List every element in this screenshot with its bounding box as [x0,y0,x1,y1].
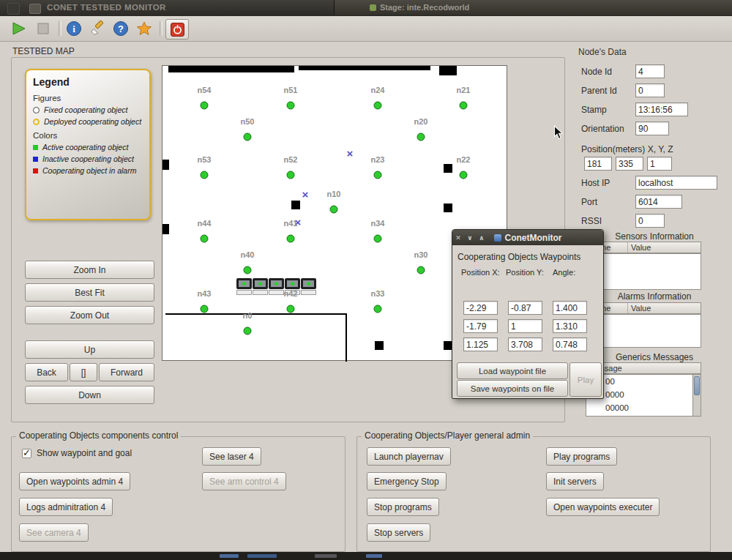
robot-icon [269,278,284,295]
dialog-maximize-button[interactable]: ∧ [476,234,488,242]
orientation-input[interactable] [635,122,669,135]
robot-body [236,278,252,289]
play-waypoints-button[interactable]: Play [569,362,602,397]
app-menu-icon[interactable] [7,3,20,15]
taskbar-item[interactable] [247,554,277,558]
window-icon[interactable] [29,4,41,14]
emergency-stop-button[interactable]: Emergency Stop [367,472,447,490]
zoom-in-button[interactable]: Zoom In [25,261,154,279]
map-node-n33[interactable] [374,305,382,313]
help-button[interactable]: ? [111,19,130,38]
map-node-n34[interactable] [374,235,382,243]
components-control-title: Cooperating Objects components control [16,430,181,441]
stop-servers-button[interactable]: Stop servers [367,523,430,542]
position-z-input[interactable] [647,157,672,171]
position-y-input[interactable] [616,157,643,171]
play-programs-button[interactable]: Play programs [546,447,617,466]
launch-playernav-button[interactable]: Launch playernav [367,447,451,466]
back-button[interactable]: Back [25,363,68,381]
play-button[interactable] [9,19,28,38]
map-node-n53[interactable] [201,171,209,179]
map-node-n10[interactable] [330,206,338,214]
dialog-close-button[interactable]: ✕ [452,234,464,242]
taskbar-item[interactable] [220,554,239,558]
map-node-n24[interactable] [374,102,382,110]
info-button[interactable]: i [64,19,83,38]
zoom-out-button[interactable]: Zoom Out [25,306,154,324]
stop-programs-button[interactable]: Stop programs [367,498,439,516]
toolbar-separator [59,21,61,36]
waypoint-x-input-2[interactable] [463,319,498,333]
map-node-n30[interactable] [417,266,425,275]
open-waypoints-executer-button[interactable]: Open waypoints executer [546,498,660,516]
waypoint-y-input-3[interactable] [508,337,542,351]
map-node-n52[interactable] [287,171,295,179]
host-ip-input[interactable] [635,176,717,190]
init-servers-button[interactable]: Init servers [546,472,604,490]
sensors-value-column[interactable]: Value [628,242,654,253]
bracket-button[interactable]: [] [70,363,97,381]
taskbar-item[interactable] [366,554,382,558]
alarms-value-column[interactable]: Value [628,303,654,313]
generics-list-item[interactable]: 00000 [586,401,701,414]
map-node-n43[interactable] [201,305,209,313]
logs-administration-button[interactable]: Logs adminitration 4 [19,498,113,516]
scrollbar-thumb[interactable] [694,376,700,395]
map-node-n50[interactable] [244,133,252,141]
save-waypoints-button[interactable]: Save waypoints on file [457,380,568,397]
dialog-minimize-button[interactable]: ∨ [464,234,476,242]
star-icon [136,20,152,37]
map-node-n23[interactable] [374,171,382,179]
map-node-n40[interactable] [244,266,252,275]
forward-button[interactable]: Forward [99,363,154,381]
see-laser-button[interactable]: See laser 4 [202,447,261,466]
waypoint-y-input-2[interactable] [508,319,542,333]
quit-button[interactable] [165,19,189,40]
map-node-n20[interactable] [417,133,425,141]
map-node-n42[interactable] [287,305,295,313]
brush-icon [89,20,105,37]
waypoint-x-input-3[interactable] [463,337,498,351]
dialog-titlebar[interactable]: ✕ ∨ ∧ ConetMonitor [452,230,603,245]
node-id-input[interactable] [635,64,665,78]
show-waypoint-checkbox[interactable] [22,449,31,458]
map-node-n41[interactable] [287,235,295,243]
robot-body [253,278,268,289]
map-node-n51[interactable] [287,102,295,110]
position-x-input[interactable] [584,157,612,171]
stop-button[interactable] [34,19,53,38]
load-waypoint-file-button[interactable]: Load waypoint file [457,362,568,379]
map-node-n0[interactable] [244,327,252,335]
down-button[interactable]: Down [25,386,154,404]
parent-id-label: Parent Id [581,83,617,98]
rssi-input[interactable] [635,214,665,228]
parent-id-input[interactable] [635,83,665,97]
map-node-n21[interactable] [460,102,468,110]
background-window-titlebar[interactable]: Stage: inte.Recodworld [334,0,732,15]
stamp-input[interactable] [635,102,688,116]
see-arm-control-button[interactable]: See arm control 4 [202,472,286,490]
waypoint-angle-input-1[interactable] [553,301,587,315]
favorites-button[interactable] [135,19,154,38]
waypoint-angle-input-3[interactable] [553,337,587,351]
legend-item-label: Fixed cooperating object [44,105,127,114]
map-node-n54[interactable] [201,102,209,110]
see-camera-button[interactable]: See camera 4 [19,523,89,542]
map-obstacle [444,164,452,173]
generics-scrollbar[interactable] [692,375,701,416]
map-node-n22[interactable] [460,171,468,179]
desktop-top-bar: CONET TESTBED MONITOR Stage: inte.Recodw… [0,0,732,16]
map-node-label: n33 [371,289,385,298]
bottom-taskbar[interactable] [0,552,732,560]
best-fit-button[interactable]: Best Fit [25,283,154,302]
host-ip-label: Host IP [581,176,610,190]
waypoint-angle-input-2[interactable] [553,319,587,333]
up-button[interactable]: Up [25,340,154,359]
taskbar-item[interactable] [315,554,337,558]
port-input[interactable] [635,195,682,209]
clean-button[interactable] [88,19,107,38]
waypoint-y-input-1[interactable] [508,301,542,315]
waypoint-x-input-1[interactable] [463,301,498,315]
map-node-n44[interactable] [201,235,209,243]
open-waypoints-admin-button[interactable]: Open waypoints admin 4 [19,472,130,490]
